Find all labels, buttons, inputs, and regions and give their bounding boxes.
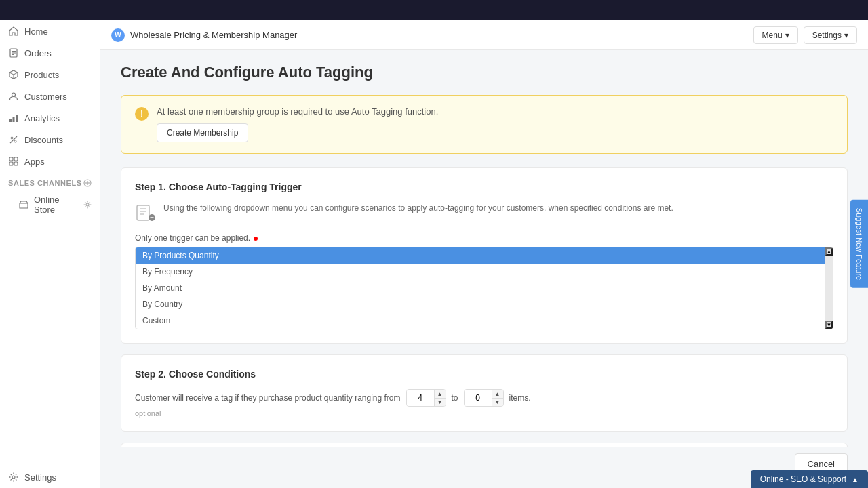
dropdown-scrollbar: ▲ ▼ [825,247,833,329]
trigger-dropdown[interactable]: By Products Quantity By Frequency By Amo… [135,247,833,329]
to-value-container: ▲ ▼ [464,389,504,407]
home-icon [8,26,19,37]
svg-point-22 [12,476,15,479]
step2-card: Step 2. Choose Conditions Customer will … [121,354,848,432]
required-dot [254,237,258,241]
svg-point-11 [11,137,13,139]
discounts-icon [8,134,19,145]
trigger-icon [135,202,157,224]
svg-point-12 [14,140,16,142]
create-membership-button[interactable]: Create Membership [157,123,248,142]
support-chevron-icon: ▲ [852,476,859,483]
apps-icon [8,156,19,167]
svg-rect-16 [9,162,13,165]
sidebar-item-customers[interactable]: Customers [0,85,100,107]
page-title: Create And Configure Auto Tagging [121,64,848,81]
new-feature-tab[interactable]: Suggest New Feature [850,200,868,288]
sidebar-analytics-label: Analytics [24,113,60,123]
orders-icon [8,47,19,58]
support-bar[interactable]: Online - SEO & Support ▲ [751,470,868,488]
sidebar-orders-label: Orders [24,48,52,58]
trigger-label: Only one trigger can be applied. [135,233,833,243]
from-value-input[interactable] [407,390,434,406]
analytics-icon [8,113,19,123]
sidebar-item-orders[interactable]: Orders [0,42,100,64]
dropdown-option-amount[interactable]: By Amount [136,280,825,296]
step1-card: Step 1. Choose Auto-Tagging Trigger Usin… [121,167,848,344]
app-header-right: Menu ▾ Settings ▾ [753,26,857,44]
step1-desc-text: Using the following dropdown menu you ca… [163,202,673,214]
app-header-left: W Wholesale Pricing & Membership Manager [111,28,297,42]
step2-title: Step 2. Choose Conditions [135,369,833,380]
scrollbar-down-btn[interactable]: ▼ [825,321,833,329]
svg-rect-23 [137,205,149,220]
step1-description: Using the following dropdown menu you ca… [135,202,833,224]
settings-chevron-icon: ▾ [844,30,848,40]
to-value-input[interactable] [465,390,492,406]
from-value-stepper: ▲ ▼ [434,390,446,406]
dropdown-option-frequency[interactable]: By Frequency [136,264,825,280]
from-value-increment[interactable]: ▲ [435,390,446,398]
menu-button[interactable]: Menu ▾ [753,26,798,44]
dropdown-option-country[interactable]: By Country [136,296,825,312]
to-value-stepper: ▲ ▼ [492,390,503,406]
sidebar: Home Orders Products Customers Analytics [0,20,100,488]
optional-label: optional [135,409,833,418]
scrollbar-up-btn[interactable]: ▲ [825,247,833,256]
dropdown-options: By Products Quantity By Frequency By Amo… [136,247,825,329]
scrollbar-track [825,256,833,321]
online-store-icon [19,200,28,209]
sidebar-item-analytics[interactable]: Analytics [0,107,100,129]
svg-line-6 [9,73,14,75]
svg-rect-15 [14,157,18,161]
online-store-settings-icon[interactable] [83,201,92,209]
svg-rect-8 [9,119,12,122]
items-label: items. [509,393,531,403]
sidebar-products-label: Products [24,70,59,80]
settings-icon [8,472,19,483]
svg-rect-17 [14,162,18,165]
svg-rect-14 [9,157,13,161]
sidebar-item-products[interactable]: Products [0,64,100,85]
alert-icon: ! [135,107,149,121]
sidebar-item-apps[interactable]: Apps [0,150,100,172]
alert-content: At least one membership group is require… [157,106,833,142]
svg-point-7 [12,93,16,96]
from-value-input-wrapper: ▲ ▼ [406,389,446,407]
svg-line-5 [14,73,18,75]
app-header: W Wholesale Pricing & Membership Manager… [100,20,868,50]
sidebar-settings-label: Settings [24,472,56,483]
sidebar-apps-label: Apps [24,157,45,167]
to-value-increment[interactable]: ▲ [492,390,503,398]
main-area: W Wholesale Pricing & Membership Manager… [100,20,868,488]
dropdown-option-custom[interactable]: Custom [136,312,825,329]
conditions-row: Customer will receive a tag if they purc… [135,389,833,407]
sidebar-item-settings[interactable]: Settings [0,466,100,488]
page-content: Create And Configure Auto Tagging ! At l… [100,50,868,447]
sidebar-discounts-label: Discounts [24,135,63,145]
top-bar [0,0,868,20]
from-value-decrement[interactable]: ▼ [435,398,446,406]
conditions-text: Customer will receive a tag if they purc… [135,393,401,403]
sidebar-customers-label: Customers [24,92,67,102]
step1-title: Step 1. Choose Auto-Tagging Trigger [135,182,833,192]
svg-point-21 [86,203,89,206]
alert-text: At least one membership group is require… [157,106,833,117]
dropdown-scrollbar-wrapper: By Products Quantity By Frequency By Amo… [136,247,833,329]
add-channel-icon[interactable] [83,179,92,187]
sidebar-item-home[interactable]: Home [0,20,100,42]
sidebar-item-discounts[interactable]: Discounts [0,129,100,150]
support-label: Online - SEO & Support [760,474,846,484]
sidebar-channels-section: SALES CHANNELS [0,172,100,190]
products-icon [8,69,19,80]
to-value-decrement[interactable]: ▼ [492,398,503,406]
alert-box: ! At least one membership group is requi… [121,95,848,154]
sidebar-item-online-store[interactable]: Online Store [0,190,100,220]
to-label: to [452,393,458,403]
sidebar-bottom: Settings [0,466,100,488]
dropdown-option-products-qty[interactable]: By Products Quantity [136,247,825,264]
sidebar-home-label: Home [24,26,48,37]
svg-rect-10 [16,115,18,122]
settings-button[interactable]: Settings ▾ [804,26,857,44]
menu-chevron-icon: ▾ [785,30,789,40]
